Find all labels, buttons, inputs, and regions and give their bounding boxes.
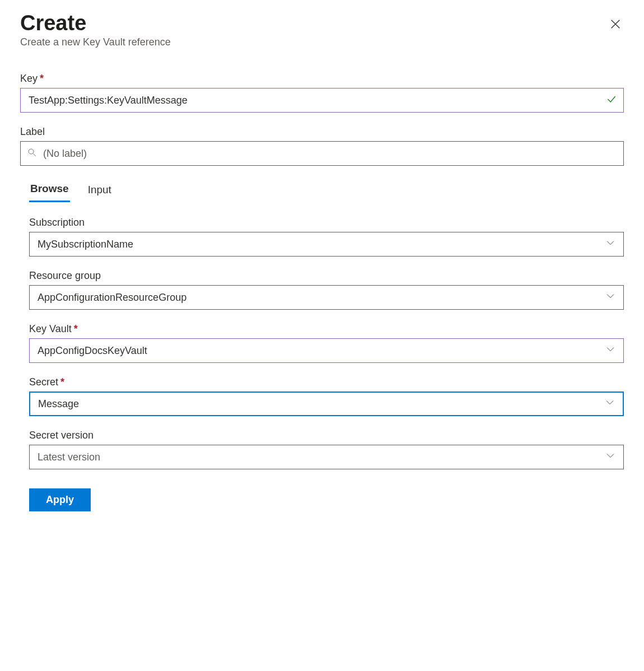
required-indicator: * [40,73,44,85]
tab-input[interactable]: Input [87,179,113,202]
close-icon [609,24,622,32]
subscription-label: Subscription [29,217,85,229]
check-icon [606,94,617,107]
page-title: Create [20,11,171,35]
key-vault-value: AppConfigDocsKeyVault [38,345,147,357]
secret-version-select[interactable]: Latest version [29,445,624,469]
key-vault-label: Key Vault [29,323,72,335]
secret-version-value: Latest version [38,451,100,463]
secret-select[interactable]: Message [29,392,624,416]
label-input[interactable] [20,141,624,166]
page-subtitle: Create a new Key Vault reference [20,36,171,48]
subscription-select[interactable]: MySubscriptionName [29,232,624,257]
chevron-down-icon [605,291,615,304]
chevron-down-icon [605,451,615,464]
chevron-down-icon [605,398,615,411]
secret-label: Secret [29,376,58,388]
key-label: Key [20,73,38,85]
search-icon [27,147,37,160]
tab-bar: Browse Input [20,179,624,202]
svg-point-0 [29,149,34,154]
resource-group-label: Resource group [29,270,101,282]
secret-version-label: Secret version [29,430,94,441]
chevron-down-icon [605,238,615,251]
resource-group-value: AppConfigurationResourceGroup [38,292,186,304]
secret-value: Message [38,398,79,410]
key-input[interactable] [20,88,624,113]
chevron-down-icon [605,344,615,357]
key-vault-select[interactable]: AppConfigDocsKeyVault [29,338,624,363]
tab-browse[interactable]: Browse [29,179,70,202]
apply-button[interactable]: Apply [29,488,91,511]
required-indicator: * [74,323,78,335]
close-button[interactable] [607,16,624,34]
resource-group-select[interactable]: AppConfigurationResourceGroup [29,285,624,310]
label-label: Label [20,126,45,138]
required-indicator: * [60,376,64,388]
subscription-value: MySubscriptionName [38,239,133,250]
